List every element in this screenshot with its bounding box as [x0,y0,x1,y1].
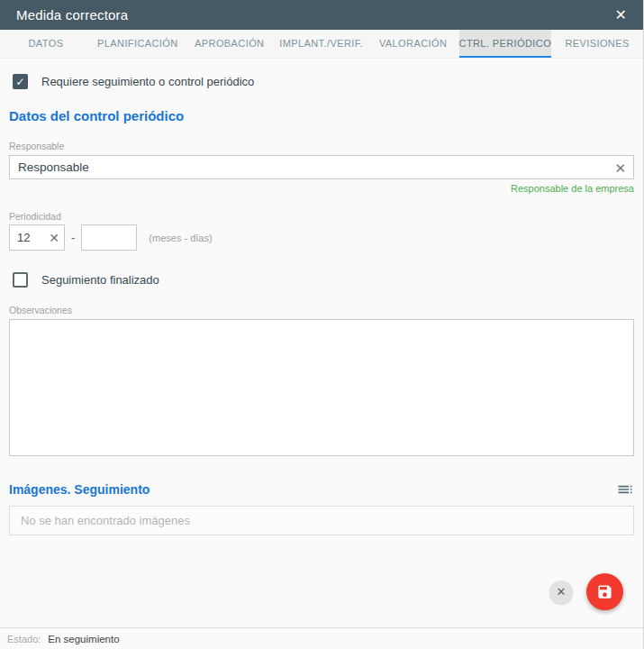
dialog-title: Medida correctora [16,7,128,23]
cancel-button[interactable]: ✕ [549,580,573,604]
seguimiento-finalizado-label: Seguimiento finalizado [41,273,159,287]
tab-aprobacion[interactable]: APROBACIÓN [184,30,276,58]
periodicidad-clear-icon[interactable]: ✕ [49,232,59,244]
periodicidad-dias-wrap [81,224,137,251]
dialog-titlebar: Medida correctora ✕ [0,0,643,30]
periodicidad-dias-input[interactable] [81,224,137,251]
image-list-menu-icon[interactable] [616,480,634,498]
save-icon [596,583,613,600]
tab-implant-verif[interactable]: IMPLANT./VERIF. [276,30,367,58]
periodicidad-label: Periodicidad [9,211,634,222]
responsable-field-wrap: ✕ [9,155,634,179]
estado-value: En seguimiento [48,634,119,644]
responsable-input[interactable] [9,155,634,179]
responsable-helper-text: Responsable de la empresa [9,183,634,194]
tab-planificacion[interactable]: PLANIFICACIÓN [92,30,184,58]
observaciones-textarea[interactable] [9,319,634,456]
section-title: Datos del control periódico [9,108,634,123]
imagenes-title: Imágenes. Seguimiento [9,482,150,497]
medida-correctora-dialog: Medida correctora ✕ DATOS PLANIFICACIÓN … [0,0,644,649]
requiere-seguimiento-label: Requiere seguimiento o control periódico [41,75,254,88]
tab-datos[interactable]: DATOS [0,30,92,58]
tab-valoracion[interactable]: VALORACIÓN [367,30,459,58]
requiere-seguimiento-checkbox[interactable]: ✓ Requiere seguimiento o control periódi… [9,74,634,89]
responsable-label: Responsable [9,141,634,151]
observaciones-label: Observaciones [9,305,634,315]
imagenes-header: Imágenes. Seguimiento [9,480,634,498]
cancel-icon: ✕ [557,585,567,599]
tab-bar: DATOS PLANIFICACIÓN APROBACIÓN IMPLANT./… [0,30,643,59]
periodicidad-separator: - [71,231,75,244]
tab-revisiones[interactable]: REVISIONES [551,30,643,58]
save-button[interactable] [586,573,623,610]
tab-ctrl-periodico[interactable]: CTRL. PERIÓDICO [459,30,552,58]
periodicidad-meses-wrap: ✕ [9,224,65,251]
seguimiento-finalizado-checkbox[interactable]: Seguimiento finalizado [9,272,634,288]
estado-label: Estado: [7,634,41,644]
imagenes-empty-message: No se han encontrado imágenes [21,514,190,527]
responsable-clear-icon[interactable]: ✕ [614,160,626,174]
imagenes-empty-box: No se han encontrado imágenes [9,506,634,535]
checkbox-unchecked-icon[interactable] [13,272,28,288]
status-bar: Estado: En seguimiento [0,627,643,649]
periodicidad-hint: (meses - días) [149,233,212,243]
tab-content: ✓ Requiere seguimiento o control periódi… [0,59,643,627]
periodicidad-row: ✕ - (meses - días) [9,224,634,251]
close-icon[interactable]: ✕ [615,8,627,23]
action-buttons: ✕ [549,573,623,610]
checkbox-checked-icon[interactable]: ✓ [13,74,28,89]
